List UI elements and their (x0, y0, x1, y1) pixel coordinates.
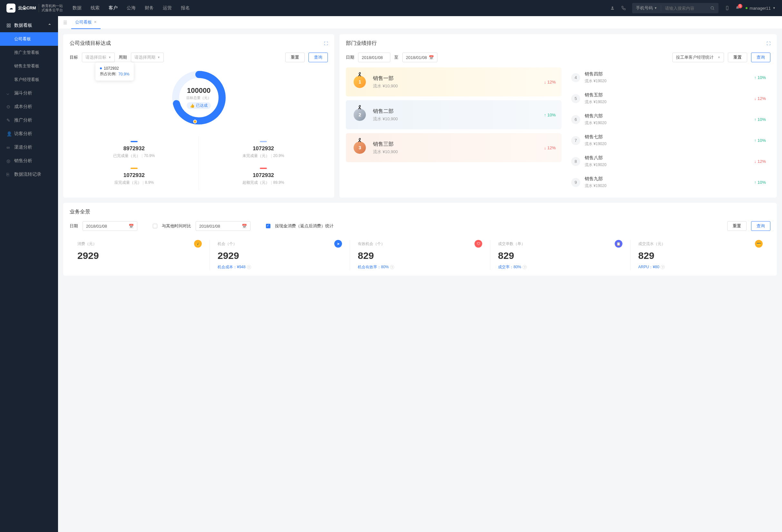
goal-card: 公司业绩目标达成 ⛶ 目标 请选择目标▼ 周期 请选择周期▼ 重置 查询 (63, 34, 334, 198)
logo-brand: 云朵CRM (18, 5, 36, 11)
nav-item[interactable]: 运营 (163, 5, 172, 11)
rank-list-item[interactable]: 5销售五部流水 ¥19020↓ 12% (567, 89, 771, 108)
search-button[interactable] (706, 6, 718, 10)
svg-rect-4 (7, 24, 8, 25)
search-input[interactable] (661, 6, 706, 11)
query-button[interactable]: 查询 (751, 221, 771, 231)
group-by-select[interactable]: 按工单客户经理统计▼ (672, 52, 724, 62)
rank-list-item[interactable]: 7销售七部流水 ¥19020↑ 10% (567, 131, 771, 150)
calendar-icon: 📅 (429, 55, 434, 60)
rank-change: ↓ 12% (754, 159, 766, 164)
stat-item: 1072932应完成量（元）|8.9% (70, 163, 199, 190)
metric-label: 成交单数（单） (498, 241, 525, 247)
metric-value: 829 (638, 250, 763, 261)
date-input-1[interactable]: 2018/01/08📅 (82, 221, 137, 231)
nav-item[interactable]: 线索 (91, 5, 100, 11)
compare-label: 与其他时间对比 (162, 223, 191, 229)
donut-badge: 👍 已达成 (187, 102, 211, 109)
close-icon[interactable]: ✕ (94, 20, 97, 24)
thumbs-up-icon: 👍 (190, 104, 195, 108)
query-button[interactable]: 查询 (751, 52, 771, 62)
rank-number: 6 (571, 115, 580, 124)
medal-icon: 🎗2 (352, 107, 368, 123)
sidebar-item[interactable]: ⎘数据流转记录 (0, 168, 58, 181)
metric-item: 成交流水（元）💳829ARPU：¥80 ? (630, 240, 771, 270)
rank-top-item[interactable]: 🎗2销售二部流水 ¥10,900↑ 10% (346, 100, 562, 129)
stat-item: 8972932已完成量（元）|70.9% (70, 136, 199, 163)
sidebar-item[interactable]: 👤访客分析 (0, 127, 58, 141)
rank-change: ↑ 10% (754, 180, 766, 185)
date-from-input[interactable]: 2018/01/08 (358, 52, 390, 62)
help-icon[interactable]: ? (247, 265, 251, 269)
rank-top-item[interactable]: 🎗3销售三部流水 ¥10,900↓ 12% (346, 133, 562, 162)
sidebar-sub-item[interactable]: 客户经理看板 (0, 73, 58, 86)
metric-icon: ➤ (334, 240, 342, 248)
date-input-2[interactable]: 2018/01/08📅 (196, 221, 250, 231)
help-icon[interactable]: ? (661, 265, 665, 269)
user-icon[interactable] (610, 6, 615, 10)
stat-item: 1072932超额完成（元）|89.9% (199, 163, 328, 190)
status-dot (746, 7, 747, 9)
metric-label: 成交流水（元） (638, 241, 665, 247)
nav-item[interactable]: 客户 (109, 5, 118, 11)
rank-list-item[interactable]: 4销售四部流水 ¥19020↑ 10% (567, 68, 771, 87)
date-to-input[interactable]: 2018/01/08📅 (402, 52, 437, 62)
sidebar: 数据看板 ⌃ 公司看板推广主管看板销售主管看板客户经理看板 ⌵漏斗分析⊙成本分析… (0, 16, 58, 532)
sidebar-item[interactable]: ∞渠道分析 (0, 141, 58, 154)
tab-bar: ☰ 公司看板 ✕ (58, 16, 782, 29)
nav-item[interactable]: 公海 (127, 5, 136, 11)
metric-icon: 📋 (615, 240, 623, 248)
calendar-icon: 📅 (242, 224, 247, 228)
rank-top-item[interactable]: 🎗1销售一部流水 ¥10,900↓ 12% (346, 67, 562, 96)
rank-number: 9 (571, 178, 580, 187)
rank-list-item[interactable]: 8销售八部流水 ¥19020↓ 12% (567, 152, 771, 171)
sidebar-sub-item[interactable]: 销售主管看板 (0, 59, 58, 73)
notification-icon[interactable]: 5 (735, 6, 740, 10)
search-type-select[interactable]: 手机号码▼ (632, 5, 661, 11)
help-icon[interactable]: ? (523, 265, 527, 269)
compare-checkbox[interactable] (153, 224, 157, 228)
expand-icon[interactable]: ⛶ (767, 41, 771, 46)
logo[interactable]: ☁ 云朵CRM 教育机构一站 式服务云平台 (6, 4, 63, 12)
sidebar-item[interactable]: ⌵漏斗分析 (0, 86, 58, 100)
tab-company-board[interactable]: 公司看板 ✕ (71, 16, 101, 29)
reset-button[interactable]: 重置 (727, 221, 747, 231)
sidebar-item[interactable]: ⊙成本分析 (0, 100, 58, 113)
metric-sub: ARPU：¥80 ? (638, 264, 763, 270)
nav-item[interactable]: 报名 (181, 5, 190, 11)
sidebar-group-dashboard[interactable]: 数据看板 ⌃ (0, 19, 58, 32)
sidebar-sub-item[interactable]: 公司看板 (0, 32, 58, 46)
metric-item: 成交单数（单）📋829成交率：80% ? (490, 240, 630, 270)
rank-number: 8 (571, 157, 580, 166)
rank-change: ↓ 12% (544, 145, 556, 150)
rank-list-item[interactable]: 6销售六部流水 ¥19020↑ 10% (567, 110, 771, 129)
svg-rect-5 (9, 24, 10, 25)
sidebar-item[interactable]: ✎推广分析 (0, 113, 58, 127)
menu-toggle-icon[interactable]: ☰ (63, 20, 67, 25)
query-button[interactable]: 查询 (309, 52, 328, 62)
metric-item: 消费（元）💰2929 (70, 240, 210, 270)
metric-label: 机会（个） (218, 241, 237, 247)
user-menu[interactable]: manager11 ▼ (746, 6, 776, 11)
help-icon[interactable]: ? (390, 265, 394, 269)
nav-item[interactable]: 数据 (73, 5, 81, 11)
nav-item[interactable]: 财务 (145, 5, 154, 11)
sidebar-icon: ⊙ (6, 104, 11, 109)
mobile-icon[interactable] (725, 6, 730, 10)
sidebar-item[interactable]: ◎销售分析 (0, 154, 58, 168)
expand-icon[interactable]: ⛶ (324, 41, 328, 46)
metric-value: 829 (358, 250, 482, 261)
top-nav: 数据线索客户公海财务运营报名 (73, 5, 610, 11)
metric-label: 消费（元） (77, 241, 97, 247)
metric-value: 829 (498, 250, 623, 261)
metric-icon: 🛡 (474, 240, 482, 248)
rank-list-item[interactable]: 9销售九部流水 ¥19020↑ 10% (567, 173, 771, 192)
reset-button[interactable]: 重置 (285, 52, 305, 62)
metric-sub: 机会有效率：80% ? (358, 264, 482, 270)
period-select[interactable]: 请选择周期▼ (131, 52, 164, 62)
phone-icon[interactable] (621, 6, 626, 10)
sidebar-sub-item[interactable]: 推广主管看板 (0, 46, 58, 59)
reset-button[interactable]: 重置 (728, 52, 747, 62)
cash-checkbox[interactable] (266, 224, 271, 228)
target-select[interactable]: 请选择目标▼ (82, 52, 115, 62)
